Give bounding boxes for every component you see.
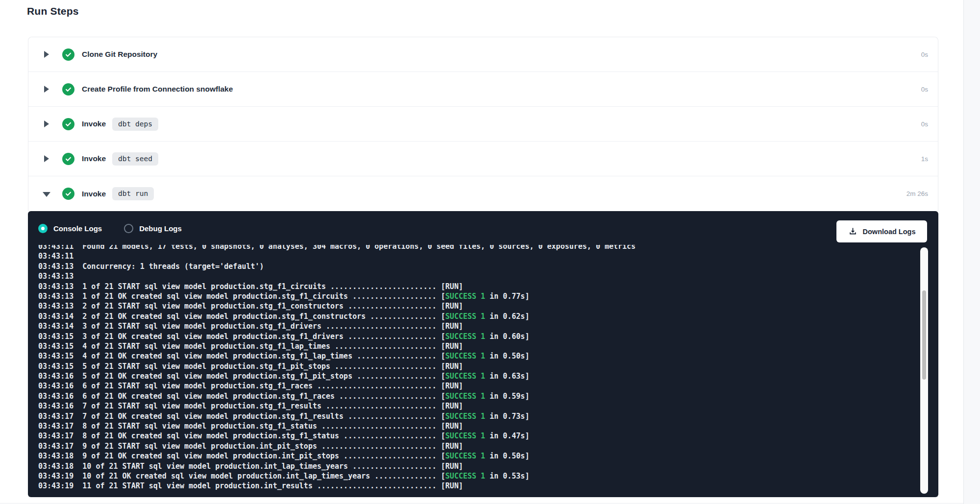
log-line: 03:43:17 8 of 21 OK created sql view mod… xyxy=(38,431,908,441)
console-log-viewport[interactable]: 03:43:11 Found 21 models, 17 tests, 0 sn… xyxy=(38,245,908,492)
step-label: Invoke xyxy=(82,190,106,198)
log-line: 03:43:16 6 of 21 START sql view model pr… xyxy=(38,381,908,391)
log-line: 03:43:15 3 of 21 OK created sql view mod… xyxy=(38,332,908,341)
success-check-icon xyxy=(62,153,74,165)
chevron-caret-icon[interactable] xyxy=(44,86,49,93)
step-duration: 0s xyxy=(921,86,928,93)
download-logs-button[interactable]: Download Logs xyxy=(836,220,927,242)
run-step-row[interactable]: Invoke dbt seed 1s xyxy=(28,142,938,176)
run-step-row[interactable]: Invoke dbt run 2m 26s xyxy=(28,176,938,211)
step-command-chip: dbt run xyxy=(112,187,154,200)
chevron-caret-icon[interactable] xyxy=(44,51,49,58)
log-type-radio[interactable]: Console Logs xyxy=(38,224,102,233)
step-label: Clone Git Repository xyxy=(82,50,157,59)
step-label: Invoke xyxy=(82,120,106,128)
run-step-row[interactable]: Create Profile from Connection snowflake… xyxy=(28,72,938,107)
radio-label: Debug Logs xyxy=(139,224,182,233)
run-step-row[interactable]: Invoke dbt deps 0s xyxy=(28,107,938,142)
log-line: 03:43:19 11 of 21 START sql view model p… xyxy=(38,481,908,491)
page-title: Run Steps xyxy=(27,5,79,17)
radio-icon[interactable] xyxy=(38,224,48,233)
log-line: 03:43:19 10 of 21 OK created sql view mo… xyxy=(38,471,908,481)
log-line: 03:43:18 9 of 21 OK created sql view mod… xyxy=(38,451,908,461)
log-line: 03:43:16 5 of 21 OK created sql view mod… xyxy=(38,371,908,381)
scrollbar-track[interactable] xyxy=(920,247,928,494)
right-gutter xyxy=(963,0,980,504)
step-duration: 1s xyxy=(921,155,928,163)
step-label: Create Profile from Connection snowflake xyxy=(82,85,233,94)
chevron-caret-icon[interactable] xyxy=(44,155,49,162)
log-line: 03:43:13 1 of 21 START sql view model pr… xyxy=(38,282,908,291)
console-panel: Console Logs Debug Logs Download Logs 03… xyxy=(28,211,938,497)
download-logs-label: Download Logs xyxy=(863,228,916,236)
log-line: 03:43:17 9 of 21 START sql view model pr… xyxy=(38,441,908,451)
log-line: 03:43:13 xyxy=(38,271,908,281)
step-duration: 0s xyxy=(921,120,928,128)
download-icon xyxy=(848,227,858,236)
success-check-icon xyxy=(62,118,74,130)
log-line: 03:43:14 3 of 21 START sql view model pr… xyxy=(38,321,908,331)
step-duration: 2m 26s xyxy=(906,190,928,197)
log-line: 03:43:17 8 of 21 START sql view model pr… xyxy=(38,421,908,431)
success-check-icon xyxy=(62,48,74,61)
log-line: 03:43:15 4 of 21 START sql view model pr… xyxy=(38,341,908,351)
success-check-icon xyxy=(62,83,74,96)
log-line: 03:43:15 4 of 21 OK created sql view mod… xyxy=(38,351,908,361)
bottom-divider xyxy=(0,503,963,504)
scrollbar-thumb[interactable] xyxy=(922,290,926,380)
log-line: 03:43:15 5 of 21 START sql view model pr… xyxy=(38,361,908,371)
log-type-radio-group: Console Logs Debug Logs xyxy=(38,211,204,245)
success-check-icon xyxy=(62,188,74,200)
chevron-caret-icon[interactable] xyxy=(44,120,49,127)
run-steps-card: Clone Git Repository 0s Create Profile f… xyxy=(28,37,938,211)
radio-label: Console Logs xyxy=(53,224,102,233)
chevron-caret-icon[interactable] xyxy=(44,191,49,197)
log-line: 03:43:17 7 of 21 OK created sql view mod… xyxy=(38,411,908,421)
log-line: 03:43:18 10 of 21 START sql view model p… xyxy=(38,461,908,471)
step-label: Invoke xyxy=(82,154,106,163)
step-command-chip: dbt seed xyxy=(112,152,158,166)
log-line: 03:43:16 7 of 21 START sql view model pr… xyxy=(38,401,908,411)
log-type-radio[interactable]: Debug Logs xyxy=(124,224,182,233)
run-step-row[interactable]: Clone Git Repository 0s xyxy=(28,37,938,72)
log-line: 03:43:11 Found 21 models, 17 tests, 0 sn… xyxy=(38,245,908,251)
log-line: 03:43:13 1 of 21 OK created sql view mod… xyxy=(38,291,908,301)
log-line: 03:43:13 Concurrency: 1 threads (target=… xyxy=(38,262,908,271)
console-log-output: 03:43:11 Found 21 models, 17 tests, 0 sn… xyxy=(38,245,908,491)
radio-icon[interactable] xyxy=(124,224,133,233)
step-command-chip: dbt deps xyxy=(112,118,158,131)
log-line: 03:43:11 xyxy=(38,251,908,261)
log-line: 03:43:16 6 of 21 OK created sql view mod… xyxy=(38,391,908,401)
log-line: 03:43:13 2 of 21 START sql view model pr… xyxy=(38,301,908,311)
log-line: 03:43:14 2 of 21 OK created sql view mod… xyxy=(38,312,908,321)
step-duration: 0s xyxy=(921,51,928,58)
